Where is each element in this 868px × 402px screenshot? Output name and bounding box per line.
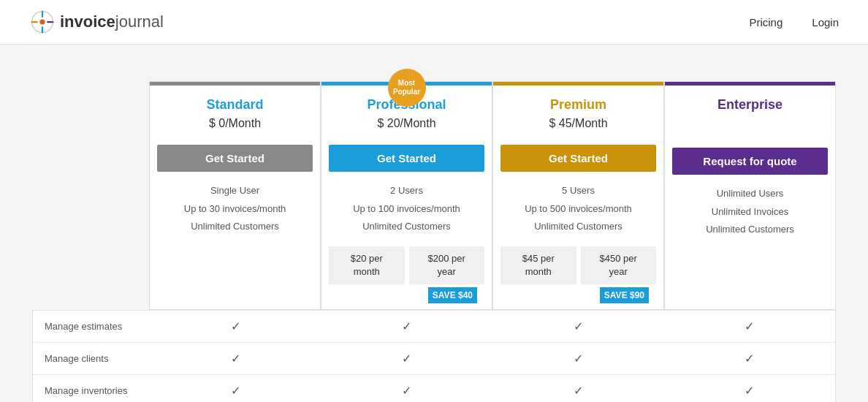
premium-yearly-amount: $450 per xyxy=(584,252,654,265)
logo-text-bold: invoice xyxy=(60,12,115,31)
check-icon: ✓ xyxy=(574,320,583,333)
premium-yearly-option: $450 per year xyxy=(581,246,657,284)
check-icon: ✓ xyxy=(745,352,754,365)
plan-standard-price: $ 0/Month xyxy=(157,117,313,130)
plan-enterprise-header: Enterprise xyxy=(665,82,835,148)
professional-yearly-period: year xyxy=(412,265,482,278)
professional-save-badge: SAVE $40 xyxy=(428,287,477,303)
header: invoicejournal Pricing Login xyxy=(0,0,868,45)
check-icon: ✓ xyxy=(231,352,240,365)
feature-clients-premium: ✓ xyxy=(492,343,664,374)
plan-premium-btn[interactable]: Get Started xyxy=(500,145,656,172)
feature-inventories-enterprise: ✓ xyxy=(664,375,836,402)
feature-professional-1: Up to 100 invoices/month xyxy=(329,200,484,219)
feature-inventories-professional: ✓ xyxy=(321,375,493,402)
professional-monthly-option: $20 per month xyxy=(329,246,405,284)
plan-enterprise-features: Unlimited Users Unlimited Invoices Unlim… xyxy=(665,185,835,249)
feature-standard-2: Unlimited Customers xyxy=(157,218,313,236)
feature-inventories-premium: ✓ xyxy=(492,375,664,402)
feature-clients-standard: ✓ xyxy=(150,343,321,374)
feature-premium-2: Unlimited Customers xyxy=(500,218,656,236)
plan-premium-features: 5 Users Up to 500 invoices/month Unlimit… xyxy=(493,182,663,246)
most-popular-badge: MostPopular xyxy=(388,69,426,107)
check-icon: ✓ xyxy=(231,384,240,397)
check-icon: ✓ xyxy=(574,384,583,397)
plan-premium-pricing-options: $45 per month $450 per year xyxy=(500,246,656,284)
check-icon: ✓ xyxy=(745,384,754,397)
plan-professional-price: $ 20/Month xyxy=(329,117,484,130)
check-icon: ✓ xyxy=(402,352,411,365)
plan-premium: Premium $ 45/Month Get Started 5 Users U… xyxy=(492,81,664,310)
plan-professional: MostPopular Professional $ 20/Month Get … xyxy=(321,81,492,310)
feature-row-estimates: Manage estimates ✓ ✓ ✓ ✓ xyxy=(33,310,835,342)
logo-icon xyxy=(29,9,56,35)
feature-estimates-enterprise: ✓ xyxy=(664,311,836,342)
premium-monthly-option: $45 per month xyxy=(500,246,576,284)
feature-label-estimates: Manage estimates xyxy=(33,312,150,341)
plan-premium-name: Premium xyxy=(500,97,656,113)
nav-login[interactable]: Login xyxy=(812,16,839,29)
pricing-container: Standard $ 0/Month Get Started Single Us… xyxy=(32,67,836,402)
nav: Pricing Login xyxy=(749,16,839,29)
professional-yearly-amount: $200 per xyxy=(412,252,482,265)
check-icon: ✓ xyxy=(402,320,411,333)
feature-enterprise-2: Unlimited Customers xyxy=(672,221,828,239)
feature-estimates-premium: ✓ xyxy=(492,311,664,342)
feature-enterprise-1: Unlimited Invoices xyxy=(672,203,828,221)
plan-standard-btn[interactable]: Get Started xyxy=(157,145,313,172)
plan-premium-price: $ 45/Month xyxy=(500,117,656,130)
feature-standard-0: Single User xyxy=(157,182,313,200)
professional-monthly-amount: $20 per xyxy=(332,252,402,265)
logo-text-light: journal xyxy=(115,12,164,31)
feature-premium-1: Up to 500 invoices/month xyxy=(500,200,656,219)
feature-clients-professional: ✓ xyxy=(321,343,493,374)
cards-area: Standard $ 0/Month Get Started Single Us… xyxy=(149,67,836,310)
check-icon: ✓ xyxy=(574,352,583,365)
feature-inventories-standard: ✓ xyxy=(150,375,321,402)
plan-standard: Standard $ 0/Month Get Started Single Us… xyxy=(149,81,321,310)
feature-professional-0: 2 Users xyxy=(329,182,484,200)
feature-table: Manage estimates ✓ ✓ ✓ ✓ Manage clients … xyxy=(32,310,836,402)
plan-professional-btn[interactable]: Get Started xyxy=(329,145,484,172)
plan-enterprise-price xyxy=(672,117,828,133)
plan-standard-features: Single User Up to 30 invoices/month Unli… xyxy=(150,182,320,246)
label-spacer xyxy=(32,67,149,310)
premium-yearly-period: year xyxy=(584,265,654,278)
plan-enterprise-name: Enterprise xyxy=(672,97,828,113)
feature-row-clients: Manage clients ✓ ✓ ✓ ✓ xyxy=(33,342,835,374)
main-content: Standard $ 0/Month Get Started Single Us… xyxy=(0,45,868,402)
plan-enterprise: Enterprise Request for quote Unlimited U… xyxy=(664,81,836,310)
professional-monthly-period: month xyxy=(332,265,402,278)
feature-label-inventories: Manage inventories xyxy=(33,376,150,402)
svg-point-1 xyxy=(39,19,45,24)
plan-standard-header: Standard $ 0/Month xyxy=(150,82,320,145)
plan-premium-header: Premium $ 45/Month xyxy=(493,82,663,145)
feature-clients-enterprise: ✓ xyxy=(664,343,836,374)
plans-wrapper: Standard $ 0/Month Get Started Single Us… xyxy=(32,67,836,310)
feature-standard-1: Up to 30 invoices/month xyxy=(157,200,313,219)
feature-label-clients: Manage clients xyxy=(33,344,150,373)
logo: invoicejournal xyxy=(29,9,164,35)
check-icon: ✓ xyxy=(745,320,754,333)
plan-standard-name: Standard xyxy=(157,97,313,113)
feature-enterprise-0: Unlimited Users xyxy=(672,185,828,203)
plan-professional-features: 2 Users Up to 100 invoices/month Unlimit… xyxy=(321,182,492,246)
nav-pricing[interactable]: Pricing xyxy=(749,16,783,29)
premium-monthly-period: month xyxy=(503,265,574,278)
check-icon: ✓ xyxy=(402,384,411,397)
plan-professional-pricing-options: $20 per month $200 per year xyxy=(329,246,484,284)
premium-save-badge: SAVE $90 xyxy=(600,287,649,303)
feature-estimates-standard: ✓ xyxy=(150,311,321,342)
feature-professional-2: Unlimited Customers xyxy=(329,218,484,236)
feature-row-inventories: Manage inventories ✓ ✓ ✓ ✓ xyxy=(33,374,835,402)
professional-yearly-option: $200 per year xyxy=(409,246,485,284)
feature-premium-0: 5 Users xyxy=(500,182,656,200)
check-icon: ✓ xyxy=(231,320,240,333)
plan-enterprise-btn[interactable]: Request for quote xyxy=(672,148,828,175)
premium-monthly-amount: $45 per xyxy=(503,252,574,265)
feature-estimates-professional: ✓ xyxy=(321,311,493,342)
